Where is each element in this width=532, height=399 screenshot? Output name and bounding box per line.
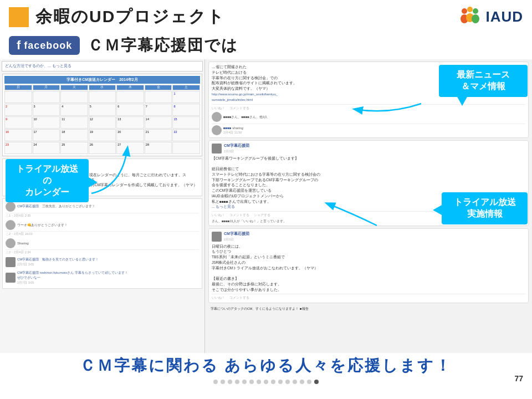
cal-cell: 19 (89, 129, 116, 141)
cal-cell: 1 (172, 91, 200, 103)
cal-cell (89, 91, 116, 103)
svg-point-5 (472, 14, 479, 23)
ministry-link: http://www.soumu.go.jp/main_sosiki/kenky… (212, 93, 278, 101)
fb-comments: CM字幕応援団 三枝先生、ありがとうございます！ △1・2月4日 2:35 ウー… (2, 198, 202, 289)
cal-cell: 23 (4, 142, 32, 154)
cal-header-sat: 土 (172, 85, 200, 90)
fb-right-feed: …省にて開催されたテレビ時代における字幕等の在り方に関する検討会」での 配布資料… (205, 59, 532, 314)
calendar-title: 字幕付きCM放送カレンダー 2014年2月 (4, 76, 200, 84)
callout-calendar-line2: カレンダー (25, 187, 69, 197)
callout-calendar-line1: トライアル放送の (16, 164, 78, 185)
cal-cell: 14 (145, 116, 172, 129)
avatar (6, 202, 16, 212)
dot-15-active (314, 380, 319, 384)
cal-cell: 12 (89, 116, 116, 129)
cal-cell: 4 (60, 104, 88, 116)
left-panel: どんな方法でするのか、... もっと見る 字幕付きCM放送カレンダー 2014年… (0, 59, 205, 353)
avatar (212, 112, 222, 122)
facebook-f-icon: f (17, 38, 21, 53)
dot-11 (285, 380, 290, 384)
svg-point-0 (462, 8, 467, 14)
dot-9 (271, 380, 275, 384)
cal-cell: 28 (145, 142, 172, 154)
header-square-decoration (9, 7, 29, 27)
cal-cell: 2 (4, 104, 32, 116)
cal-cell (116, 91, 144, 103)
svg-point-1 (467, 7, 473, 12)
callout-news: 最新ニュース ＆マメ情報 (439, 65, 528, 97)
iaud-people-icon (458, 7, 482, 28)
avatar (212, 232, 222, 242)
callout-trial-line2: 実施情報 (467, 209, 503, 218)
callout-trial: トライアル放送 実施情報 (442, 192, 528, 224)
avatar (212, 144, 222, 154)
callout-news-line2: ＆マメ情報 (461, 81, 505, 91)
callout-news-line1: 最新ニュース (457, 70, 510, 79)
cal-cell: 20 (116, 129, 144, 141)
facebook-label: facebook (24, 40, 72, 52)
calendar-grid: 日 月 火 水 木 金 土 1 2 3 4 5 6 (4, 85, 200, 154)
svg-point-2 (473, 8, 478, 14)
cal-cell (172, 142, 200, 154)
header: 余暇のUDプロジェクト IAUD (0, 0, 532, 33)
cal-cell: 10 (33, 116, 60, 129)
dot-12 (293, 380, 297, 384)
fb-top-note: どんな方法でするのか、... もっと見る (2, 61, 203, 71)
dot-14 (307, 380, 311, 384)
pagination: 77 (0, 377, 532, 385)
cal-header-mon: 月 (33, 85, 60, 90)
cal-cell: 22 (172, 129, 200, 141)
cal-cell: 24 (33, 142, 60, 154)
cal-cell: 26 (89, 142, 116, 154)
cal-cell: 7 (145, 104, 172, 116)
cal-cell: 18 (60, 129, 88, 141)
fb-post-sunday: CM字幕応援団 2月3日 日曜日の夜には、 もうひとつ TBS系列「未来の起源」… (208, 228, 529, 303)
cal-cell (4, 91, 32, 103)
cal-cell: 8 (172, 104, 200, 116)
dot-4 (235, 380, 239, 384)
dot-13 (300, 380, 304, 384)
dot-6 (249, 380, 254, 384)
footer: ＣＭ字幕に関わる あらゆる人々を応援します！ (0, 353, 532, 377)
avatar (6, 273, 16, 283)
cal-cell: 16 (4, 129, 32, 141)
avatar (6, 257, 16, 267)
dot-2 (221, 380, 225, 384)
dot-8 (264, 380, 268, 384)
cal-cell: 11 (60, 116, 88, 129)
facebook-bar: f facebook ＣＭ字幕応援団では (0, 33, 532, 59)
callout-trial-line1: トライアル放送 (454, 197, 516, 207)
dot-3 (228, 380, 232, 384)
footer-text: ＣＭ字幕に関わる あらゆる人々を応援します！ (80, 357, 453, 374)
cal-cell: 27 (116, 142, 144, 154)
dot-1 (213, 380, 218, 384)
facebook-badge: f facebook (9, 36, 80, 55)
cal-cell (145, 91, 172, 103)
cal-header-fri: 金 (145, 85, 172, 90)
header-left: 余暇のUDプロジェクト (9, 6, 225, 28)
main-content: どんな方法でするのか、... もっと見る 字幕付きCM放送カレンダー 2014年… (0, 59, 532, 353)
cal-cell: 25 (60, 142, 88, 154)
cal-header-tue: 火 (60, 85, 88, 90)
cal-cell: 3 (33, 104, 60, 116)
cal-cell: 6 (116, 104, 144, 116)
cal-cell (60, 91, 88, 103)
cal-cell: 17 (33, 129, 60, 141)
avatar (6, 220, 16, 230)
fb-bottom-snippet: 字幕についのアタックのCM、すくにるようになりますよ！ ■報告 (208, 305, 529, 312)
cal-cell: 9 (4, 116, 32, 129)
dot-5 (242, 380, 247, 384)
cal-cell: 21 (145, 129, 172, 141)
iaud-logo: IAUD (458, 7, 523, 28)
cal-cell: 13 (116, 116, 144, 129)
cal-cell: 5 (89, 104, 116, 116)
callout-calendar: トライアル放送の カレンダー (6, 159, 89, 202)
facebook-subtitle: ＣＭ字幕応援団では (88, 35, 238, 56)
cal-header-wed: 水 (89, 85, 116, 90)
avatar (212, 125, 222, 135)
dot-7 (257, 380, 261, 384)
avatar (6, 238, 16, 248)
cal-header-sun: 日 (4, 85, 32, 90)
page-number: 77 (514, 374, 523, 383)
page-title: 余暇のUDプロジェクト (35, 6, 225, 28)
